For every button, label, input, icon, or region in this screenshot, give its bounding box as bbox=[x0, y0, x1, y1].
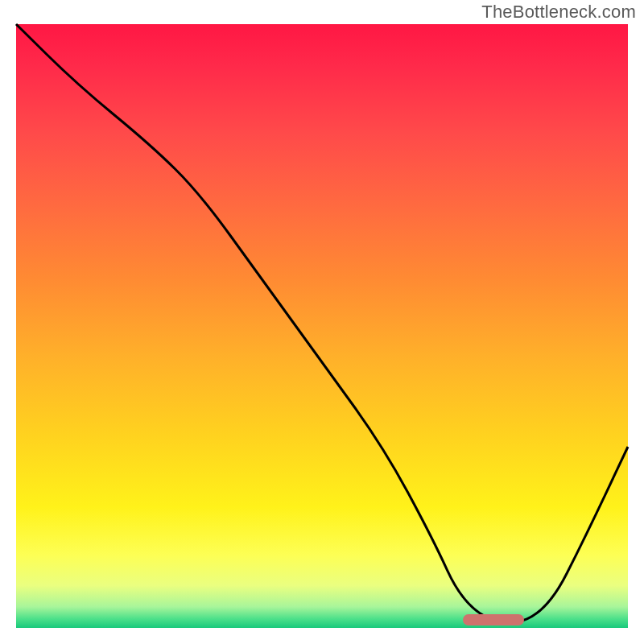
chart-stage: TheBottleneck.com bbox=[0, 0, 644, 644]
watermark-text: TheBottleneck.com bbox=[481, 2, 636, 23]
bottleneck-curve bbox=[0, 0, 644, 644]
optimal-range-marker bbox=[463, 614, 524, 625]
